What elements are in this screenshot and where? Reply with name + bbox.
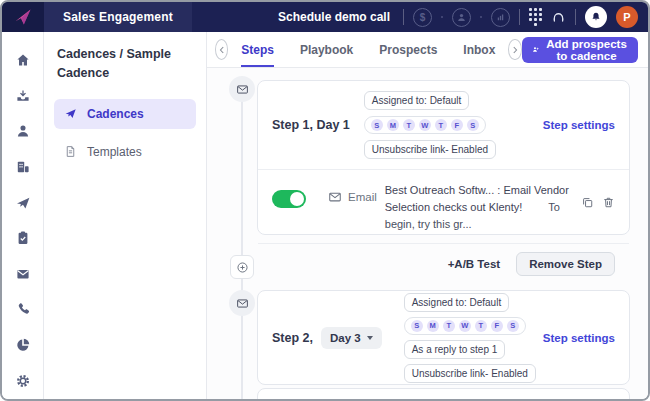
day-chip: S <box>467 119 479 131</box>
day-chip: W <box>459 320 471 332</box>
bar-chart-icon <box>495 12 506 23</box>
day-chip: S <box>371 119 383 131</box>
divider <box>575 9 576 25</box>
sidebar-item-label: Templates <box>87 145 142 159</box>
step1-card: Step 1, Day 1 Assigned to: Default S M T… <box>257 80 630 235</box>
day-chip: F <box>451 119 463 131</box>
envelope-icon <box>236 83 249 96</box>
email-enabled-toggle[interactable] <box>272 190 306 208</box>
settings-gear-icon[interactable] <box>14 372 31 389</box>
day-chip: W <box>419 119 431 131</box>
top-bar: Sales Engagement Schedule demo call $ <box>2 2 648 32</box>
day-chip: F <box>491 320 503 332</box>
day-chip: T <box>443 320 455 332</box>
divider <box>403 9 404 25</box>
assigned-chip: Assigned to: Default <box>364 91 470 110</box>
step1-chips: Assigned to: Default S M T W T F S Unsub… <box>364 91 543 159</box>
unsubscribe-chip: Unsubscribe link- Enabled <box>364 140 496 159</box>
sidebar-item-cadences[interactable]: Cadences <box>54 99 196 129</box>
reports-icon[interactable] <box>14 337 31 354</box>
step2-header: Step 2, Day 3 Assigned to: Default S M <box>258 291 629 384</box>
unsubscribe-chip: Unsubscribe link- Enabled <box>404 364 536 383</box>
step2-title: Step 2, <box>272 331 313 345</box>
add-prospects-button[interactable]: Add prospects to cadence <box>522 37 638 63</box>
step1-settings-link[interactable]: Step settings <box>543 119 615 131</box>
user-avatar[interactable]: P <box>616 6 638 28</box>
inbox-import-icon[interactable] <box>14 88 31 105</box>
dialer-icon[interactable] <box>529 8 542 26</box>
bell-icon <box>590 11 602 23</box>
day-chip: M <box>387 119 399 131</box>
add-step-button[interactable] <box>230 255 254 279</box>
step1-footer: +A/B Test Remove Step <box>258 243 629 284</box>
tab-steps[interactable]: Steps <box>241 32 274 67</box>
step1-email-row[interactable]: Email Best Outreach Softw... : Email Ven… <box>258 169 629 243</box>
step2-card: Step 2, Day 3 Assigned to: Default S M <box>257 290 630 385</box>
step2-settings-link[interactable]: Step settings <box>543 332 615 344</box>
person-icon <box>456 12 467 23</box>
remove-step-button[interactable]: Remove Step <box>516 252 615 276</box>
reply-chip: As a reply to step 1 <box>404 340 506 359</box>
accounts-icon[interactable] <box>14 159 31 176</box>
trash-icon[interactable] <box>602 196 615 209</box>
breadcrumb: Cadences / Sample Cadence <box>54 45 196 84</box>
main-content: Steps Playbook Prospects Inbox Add prosp… <box>207 32 648 399</box>
app-logo[interactable] <box>2 2 44 32</box>
copy-icon[interactable] <box>581 196 594 209</box>
schedule-days-pill: S M T W T F S <box>404 317 526 335</box>
email-type: Email <box>328 190 377 204</box>
ab-test-button[interactable]: +A/B Test <box>448 258 501 270</box>
home-icon[interactable] <box>14 52 31 69</box>
assigned-chip: Assigned to: Default <box>404 293 510 312</box>
credits-icon[interactable]: $ <box>413 8 432 27</box>
tabs-scroll-right-button[interactable] <box>508 39 521 60</box>
schedule-demo-call-link[interactable]: Schedule demo call <box>278 10 390 24</box>
plus-circle-icon <box>236 261 249 274</box>
day-chip: T <box>475 320 487 332</box>
headset-icon[interactable] <box>551 10 566 25</box>
step2-email-node <box>229 290 255 316</box>
schedule-days-pill: S M T W T F S <box>364 116 486 134</box>
tabs-scroll-left-button[interactable] <box>215 39 228 60</box>
sidebar-item-templates[interactable]: Templates <box>54 137 196 167</box>
tasks-icon[interactable] <box>14 230 31 247</box>
chevron-down-icon <box>367 336 373 340</box>
envelope-icon <box>328 190 342 204</box>
email-summary[interactable]: Best Outreach Softw... : Email Vendor Se… <box>385 182 573 233</box>
email-type-label: Email <box>348 191 377 203</box>
step1-header: Step 1, Day 1 Assigned to: Default S M T… <box>258 81 629 169</box>
email-subject: Best Outreach Softw... : Email Vendor Se… <box>385 184 569 213</box>
cadences-icon[interactable] <box>14 194 31 211</box>
step2-email-row-partial <box>257 388 630 399</box>
day-chip: S <box>411 320 423 332</box>
day-chip: T <box>435 119 447 131</box>
steps-timeline-area: Step 1, Day 1 Assigned to: Default S M T… <box>207 68 648 399</box>
prospects-icon[interactable] <box>14 123 31 140</box>
prospects-circle-icon[interactable] <box>452 8 471 27</box>
dot-separator <box>441 16 443 18</box>
nav-panel: Cadences / Sample Cadence Cadences Templ… <box>44 32 207 399</box>
step1-email-node <box>229 76 255 102</box>
step1-title: Step 1, Day 1 <box>272 118 350 132</box>
day-chip: M <box>427 320 439 332</box>
app-window: Sales Engagement Schedule demo call $ <box>0 0 650 401</box>
envelope-icon <box>236 297 249 310</box>
day-select-dropdown[interactable]: Day 3 <box>321 327 382 349</box>
dot-separator <box>480 16 482 18</box>
tab-prospects[interactable]: Prospects <box>379 32 437 67</box>
app-title: Sales Engagement <box>44 2 192 32</box>
step2-title-group: Step 2, Day 3 <box>272 327 382 349</box>
notifications-button[interactable] <box>585 6 607 28</box>
calls-icon[interactable] <box>14 301 31 318</box>
tab-inbox[interactable]: Inbox <box>463 32 495 67</box>
paper-plane-logo-icon <box>13 7 33 27</box>
email-row-actions <box>581 196 615 209</box>
tab-playbook[interactable]: Playbook <box>300 32 353 67</box>
person-plus-icon <box>532 43 540 56</box>
reports-circle-icon[interactable] <box>491 8 510 27</box>
mail-icon[interactable] <box>14 266 31 283</box>
icon-sidebar <box>2 32 44 399</box>
cadences-icon <box>64 107 77 120</box>
sidebar-item-label: Cadences <box>87 107 144 121</box>
tab-bar: Steps Playbook Prospects Inbox Add prosp… <box>207 32 648 68</box>
